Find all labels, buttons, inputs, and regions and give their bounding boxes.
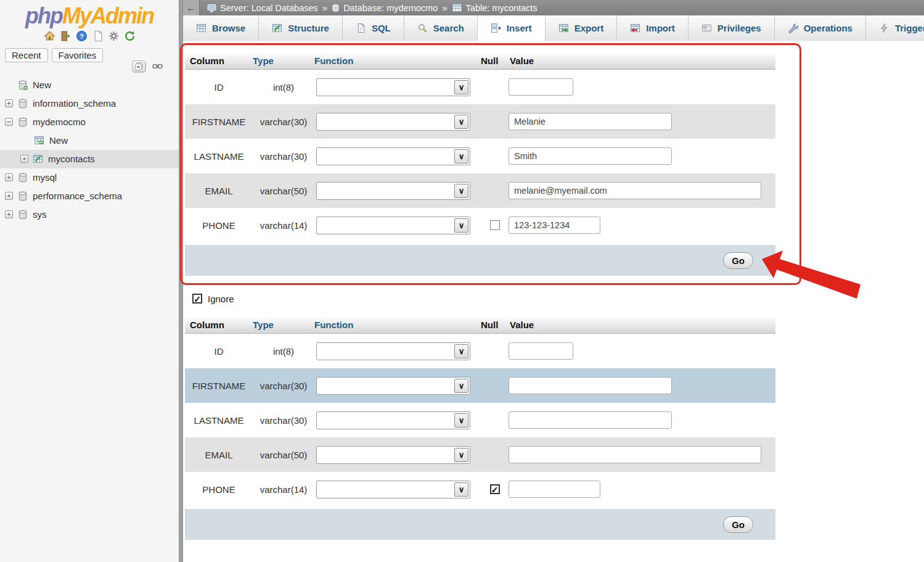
tree-item-sys[interactable]: +sys <box>0 205 179 224</box>
navigation-sidebar: phpMyAdmin ? Recent Favorites New+inform… <box>0 0 179 562</box>
exit-icon[interactable] <box>60 30 72 42</box>
value-input[interactable] <box>509 481 600 498</box>
settings-icon[interactable] <box>108 30 120 42</box>
column-type: varchar(14) <box>253 220 314 231</box>
tree-item-performance-schema[interactable]: +performance_schema <box>0 187 179 205</box>
function-cell <box>314 147 481 165</box>
value-input[interactable] <box>509 182 761 199</box>
tab-privileges[interactable]: Privileges <box>689 15 775 41</box>
dropdown-arrow-icon[interactable] <box>454 448 468 462</box>
expand-plus-icon[interactable]: + <box>5 173 13 181</box>
value-input[interactable] <box>509 377 672 394</box>
null-checkbox[interactable] <box>490 484 500 494</box>
sidebar-tree-tools <box>132 60 164 72</box>
back-arrow-button[interactable]: ← <box>183 0 200 15</box>
value-input[interactable] <box>509 217 600 234</box>
tree-item-mysql[interactable]: +mysql <box>0 168 179 187</box>
dropdown-arrow-icon[interactable] <box>454 482 468 497</box>
browse-icon <box>196 23 206 33</box>
recent-button[interactable]: Recent <box>5 48 48 62</box>
refresh-icon[interactable] <box>124 30 136 42</box>
tree-item-new[interactable]: New <box>0 131 179 150</box>
sidebar-resize-divider[interactable] <box>179 0 183 562</box>
function-select[interactable] <box>316 182 470 200</box>
tree-item-mydemocmo[interactable]: −mydemocmo <box>0 113 179 131</box>
column-type: int(8) <box>253 346 314 357</box>
column-type: varchar(50) <box>253 186 314 196</box>
sidebar-icon-toolbar: ? <box>0 30 179 43</box>
tab-browse[interactable]: Browse <box>183 15 259 41</box>
breadcrumb: ← Server: Local Databases»Database: myde… <box>183 0 924 15</box>
expand-plus-icon[interactable]: + <box>5 210 13 218</box>
value-cell <box>509 377 775 394</box>
tab-export[interactable]: Export <box>546 15 618 41</box>
form-footer: Go <box>185 509 775 540</box>
breadcrumb-item-table[interactable]: Table: mycontacts <box>452 2 538 13</box>
tab-import[interactable]: Import <box>617 15 689 41</box>
phpmyadmin-logo: phpMyAdmin <box>0 0 179 28</box>
insert-row-firstname: FIRSTNAMEvarchar(30) <box>185 104 775 139</box>
expand-plus-icon[interactable]: + <box>5 99 13 107</box>
function-select[interactable] <box>316 78 470 96</box>
expand-plus-icon[interactable]: + <box>5 192 13 200</box>
tab-sql[interactable]: SQL <box>343 15 404 41</box>
null-checkbox[interactable] <box>490 220 500 230</box>
dropdown-arrow-icon[interactable] <box>454 80 468 94</box>
tab-triggers[interactable]: Triggers <box>866 15 924 41</box>
dropdown-arrow-icon[interactable] <box>454 344 468 358</box>
tree-item-new[interactable]: New <box>0 76 179 94</box>
column-header-type[interactable]: Type <box>253 320 314 330</box>
column-header-function[interactable]: Function <box>314 320 481 330</box>
expand-plus-icon[interactable]: + <box>20 155 28 163</box>
docs-icon[interactable] <box>92 30 104 42</box>
breadcrumb-item-database[interactable]: Database: mydemocmo <box>332 3 438 13</box>
ignore-checkbox[interactable] <box>192 294 202 304</box>
tree-item-mycontacts[interactable]: +mycontacts <box>0 150 179 168</box>
tree-item-label: mydemocmo <box>33 117 86 127</box>
favorites-button[interactable]: Favorites <box>52 48 104 62</box>
insert-row-id: IDint(8) <box>185 70 775 104</box>
column-type: varchar(30) <box>253 117 314 127</box>
dropdown-arrow-icon[interactable] <box>454 115 468 129</box>
dropdown-arrow-icon[interactable] <box>454 413 468 428</box>
column-header-type[interactable]: Type <box>253 56 314 66</box>
dropdown-arrow-icon[interactable] <box>454 184 468 198</box>
dropdown-arrow-icon[interactable] <box>454 218 468 233</box>
value-input[interactable] <box>509 411 672 429</box>
dropdown-arrow-icon[interactable] <box>454 379 468 393</box>
collapse-all-icon[interactable] <box>132 60 145 72</box>
home-icon[interactable] <box>44 30 55 42</box>
value-input[interactable] <box>509 147 672 165</box>
link-panel-icon[interactable] <box>150 60 164 72</box>
value-input[interactable] <box>509 113 672 130</box>
column-header-column: Column <box>185 320 253 330</box>
tab-insert[interactable]: Insert <box>478 15 546 41</box>
function-select[interactable] <box>316 481 470 498</box>
insert-row-phone: PHONEvarchar(14) <box>185 208 775 242</box>
table-active-icon <box>33 154 43 164</box>
value-input[interactable] <box>509 446 761 463</box>
tab-structure[interactable]: Structure <box>259 15 343 41</box>
tab-search[interactable]: Search <box>404 15 478 41</box>
value-input[interactable] <box>509 78 573 96</box>
function-select[interactable] <box>316 342 470 360</box>
import-icon <box>630 23 640 33</box>
breadcrumb-label: Database: mydemocmo <box>343 3 438 13</box>
function-select[interactable] <box>316 411 470 429</box>
function-select[interactable] <box>316 377 470 395</box>
help-icon[interactable]: ? <box>76 30 88 42</box>
value-input[interactable] <box>509 342 573 360</box>
function-select[interactable] <box>316 217 470 234</box>
function-select[interactable] <box>316 113 470 131</box>
dropdown-arrow-icon[interactable] <box>454 149 468 163</box>
go-button[interactable]: Go <box>723 252 753 269</box>
function-select[interactable] <box>316 446 470 464</box>
tab-operations[interactable]: Operations <box>775 15 866 41</box>
tree-item-information-schema[interactable]: +information_schema <box>0 94 179 113</box>
expand-minus-icon[interactable]: − <box>5 118 13 126</box>
function-select[interactable] <box>316 147 470 165</box>
column-header-function[interactable]: Function <box>314 56 481 66</box>
breadcrumb-item-server[interactable]: Server: Local Databases <box>207 3 318 13</box>
tree-item-label: mycontacts <box>48 154 95 164</box>
go-button[interactable]: Go <box>723 516 753 533</box>
